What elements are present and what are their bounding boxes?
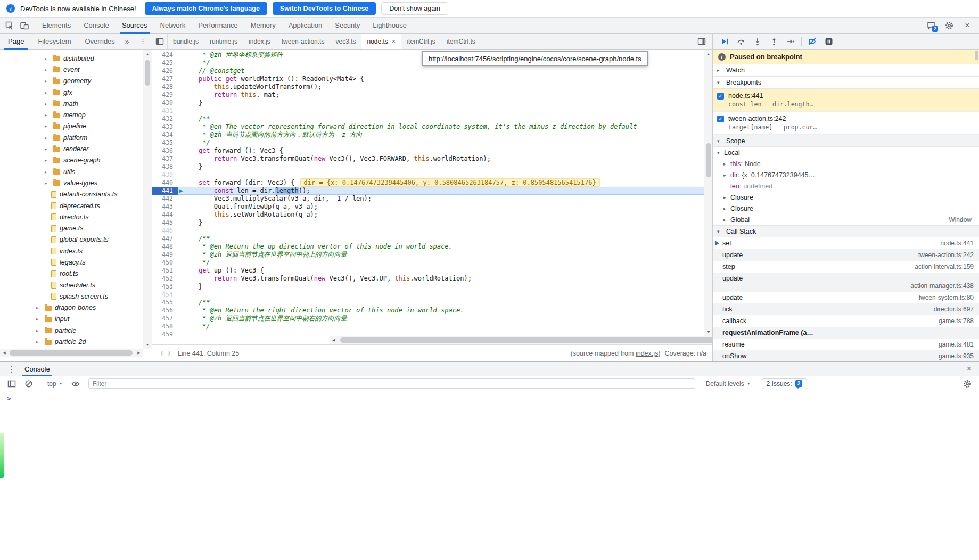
- editor-tab-runtime.js[interactable]: runtime.js: [204, 34, 243, 49]
- line-number[interactable]: 455: [152, 299, 178, 307]
- line-number[interactable]: 453: [152, 283, 178, 291]
- close-tab-icon[interactable]: ×: [392, 37, 396, 45]
- tree-item-geometry[interactable]: ▸geometry: [0, 76, 143, 87]
- context-selector[interactable]: top ▼: [44, 380, 66, 388]
- call-stack-frame[interactable]: updatetween-system.ts:80: [713, 292, 979, 303]
- step-out-icon[interactable]: [767, 37, 781, 46]
- editor-tab-tween-action.ts[interactable]: tween-action.ts: [276, 34, 331, 49]
- tree-item-splash-screen.ts[interactable]: splash-screen.ts: [0, 291, 143, 302]
- scroll-down-icon[interactable]: ▼: [704, 327, 713, 336]
- line-number[interactable]: 432: [152, 115, 178, 123]
- line-number[interactable]: 441: [152, 187, 178, 195]
- scrollbar-track[interactable]: [9, 349, 135, 357]
- deactivate-breakpoints-icon[interactable]: [805, 37, 820, 46]
- line-number[interactable]: 434: [152, 131, 178, 139]
- source-mapped-link[interactable]: index.js: [636, 350, 658, 357]
- editor-tab-itemCtrl.ts[interactable]: itemCtrl.ts: [441, 34, 481, 49]
- sidebar-tab-overrides[interactable]: Overrides: [78, 34, 122, 49]
- tree-item-scene-graph[interactable]: ▸scene-graph: [0, 155, 143, 166]
- line-number[interactable]: 456: [152, 307, 178, 315]
- line-number[interactable]: 426: [152, 67, 178, 75]
- editor-tab-index.js[interactable]: index.js: [243, 34, 276, 49]
- tree-item-legacy.ts[interactable]: legacy.ts: [0, 257, 143, 268]
- close-devtools-icon[interactable]: ×: [960, 21, 975, 30]
- toggle-debugger-sidebar-icon[interactable]: [694, 37, 709, 46]
- scroll-right-icon[interactable]: ▶: [135, 349, 143, 357]
- watch-section-header[interactable]: ▸ Watch: [713, 64, 979, 77]
- navigator-v-scrollbar[interactable]: ▲ ▼: [143, 50, 152, 349]
- console-prompt[interactable]: >: [0, 391, 979, 405]
- tree-item-memop[interactable]: ▸memop: [0, 109, 143, 120]
- editor-tab-bundle.js[interactable]: bundle.js: [167, 34, 204, 49]
- scrollbar-thumb[interactable]: [975, 51, 978, 60]
- call-stack-frame[interactable]: updateaction-manager.ts:438: [713, 273, 979, 292]
- tab-console[interactable]: Console: [77, 18, 116, 33]
- sidebar-scrollbar[interactable]: [974, 50, 979, 361]
- step-icon[interactable]: [783, 37, 798, 46]
- scrollbar-thumb[interactable]: [10, 350, 133, 356]
- sidebar-tab-filesystem[interactable]: Filesystem: [31, 34, 78, 49]
- line-number[interactable]: 431: [152, 107, 178, 115]
- device-toolbar-icon[interactable]: [17, 18, 32, 33]
- scroll-up-icon[interactable]: ▲: [143, 50, 152, 58]
- line-number[interactable]: 452: [152, 275, 178, 283]
- line-number[interactable]: 424: [152, 51, 178, 59]
- scrollbar-track[interactable]: [704, 58, 713, 327]
- line-number[interactable]: 436: [152, 147, 178, 155]
- breakpoints-section-header[interactable]: ▾ Breakpoints: [713, 77, 979, 89]
- more-tabs-chevron[interactable]: »: [122, 34, 133, 49]
- tab-performance[interactable]: Performance: [192, 18, 244, 33]
- tab-sources[interactable]: Sources: [116, 18, 154, 33]
- tree-item-default-constants.ts[interactable]: default-constants.ts: [0, 189, 143, 200]
- scroll-up-icon[interactable]: ▲: [704, 50, 713, 58]
- tree-item-value-types[interactable]: ▸value-types: [0, 177, 143, 188]
- tree-item-particle[interactable]: ▸particle: [0, 325, 143, 336]
- navigator-menu-icon[interactable]: ⋮: [134, 34, 152, 49]
- scrollbar-thumb[interactable]: [706, 143, 711, 177]
- log-levels-selector[interactable]: Default levels ▼: [703, 380, 754, 388]
- call-stack-section-header[interactable]: ▾ Call Stack: [713, 225, 979, 237]
- tree-item-scheduler.ts[interactable]: scheduler.ts: [0, 279, 143, 291]
- scope-group-local[interactable]: ▾Local: [713, 147, 979, 158]
- console-sidebar-icon[interactable]: [4, 380, 19, 388]
- call-stack-frame[interactable]: requestAnimationFrame (a…: [713, 327, 979, 339]
- scope-var-this[interactable]: ▸this:Node: [713, 158, 979, 169]
- line-number[interactable]: 433: [152, 123, 178, 131]
- drawer-menu-icon[interactable]: ⋮: [4, 362, 19, 376]
- tab-application[interactable]: Application: [282, 18, 329, 33]
- call-stack-frame[interactable]: resumegame.ts:481: [713, 339, 979, 350]
- line-number[interactable]: 447: [152, 235, 178, 243]
- call-stack-frame[interactable]: tickdirector.ts:697: [713, 303, 979, 315]
- line-number[interactable]: 454: [152, 291, 178, 299]
- breakpoint-checkbox[interactable]: ✓: [717, 116, 724, 122]
- scope-var-dir[interactable]: ▸dir:{x: 0.14767473239445…: [713, 169, 979, 180]
- tree-item-pipeline[interactable]: ▸pipeline: [0, 121, 143, 132]
- call-stack-frame[interactable]: updatetween-action.ts:242: [713, 249, 979, 261]
- call-stack-frame[interactable]: setnode.ts:441: [713, 237, 979, 249]
- tree-item-gfx[interactable]: ▸gfx: [0, 87, 143, 98]
- tree-item-global-exports.ts[interactable]: global-exports.ts: [0, 234, 143, 245]
- navigator-h-scrollbar[interactable]: ◀ ▶: [0, 349, 143, 357]
- scope-closure[interactable]: ▸Closure: [713, 192, 979, 203]
- line-number[interactable]: 444: [152, 211, 178, 219]
- line-number[interactable]: 437: [152, 155, 178, 163]
- tree-item-dragon-bones[interactable]: ▸dragon-bones: [0, 302, 143, 314]
- line-number[interactable]: 425: [152, 59, 178, 67]
- tree-item-event[interactable]: ▸event: [0, 64, 143, 75]
- line-number[interactable]: 440: [152, 179, 178, 187]
- pause-on-exceptions-icon[interactable]: [821, 37, 836, 46]
- line-number[interactable]: 428: [152, 83, 178, 91]
- scrollbar-thumb[interactable]: [145, 60, 150, 86]
- scope-section-header[interactable]: ▾ Scope: [713, 135, 979, 147]
- line-number[interactable]: 438: [152, 163, 178, 171]
- line-number[interactable]: 430: [152, 99, 178, 107]
- tree-item-utils[interactable]: ▸utils: [0, 166, 143, 177]
- editor-v-scrollbar[interactable]: ▲ ▼: [704, 50, 713, 336]
- editor-tab-vec3.ts[interactable]: vec3.ts: [330, 34, 361, 49]
- breakpoint-item[interactable]: ✓node.ts:441const len = dir.length…: [713, 89, 979, 112]
- line-number[interactable]: 449: [152, 251, 178, 259]
- breakpoint-checkbox[interactable]: ✓: [717, 93, 724, 100]
- scope-var-len[interactable]: len:undefined: [713, 180, 979, 192]
- always-match-language-button[interactable]: Always match Chrome's language: [145, 2, 267, 15]
- issues-button[interactable]: 2 Issues: 2: [762, 378, 808, 389]
